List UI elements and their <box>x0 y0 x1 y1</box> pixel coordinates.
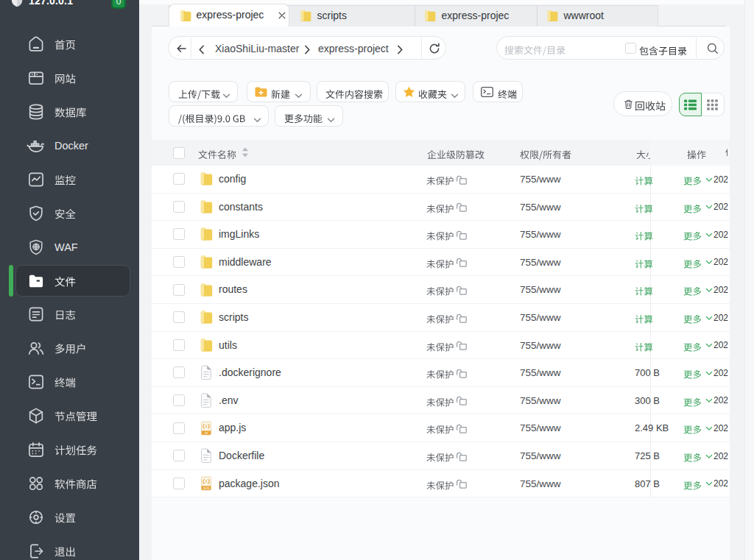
svg-text:JS: JS <box>205 431 208 434</box>
svg-text:JSON: JSON <box>203 486 210 489</box>
